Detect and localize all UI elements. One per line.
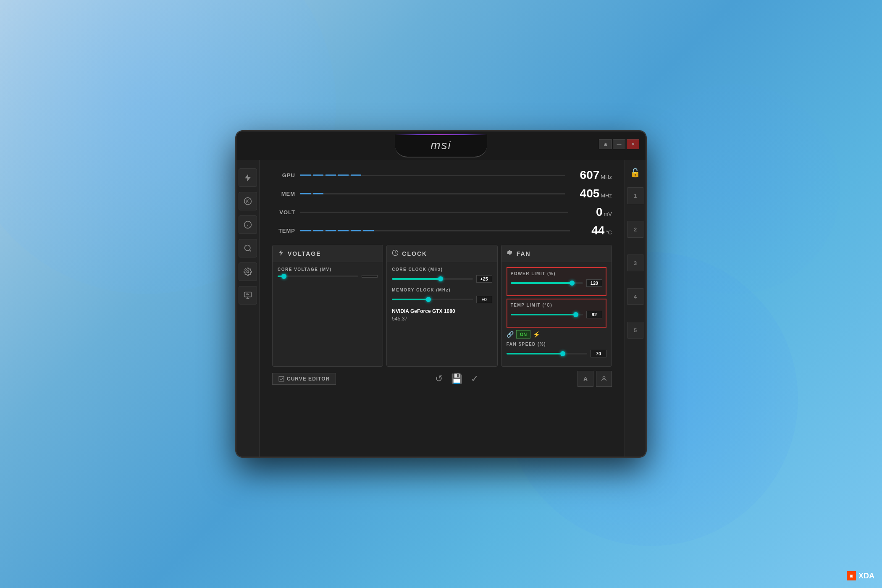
sidebar-icon-monitor[interactable] xyxy=(239,286,257,304)
profile-btn-4[interactable]: 4 xyxy=(627,288,643,305)
core-voltage-track[interactable] xyxy=(278,276,358,277)
fan-panel-title: FAN xyxy=(517,250,531,257)
temp-limit-label: TEMP LIMIT (°C) xyxy=(511,303,602,307)
boost-icon[interactable]: ⚡ xyxy=(533,331,540,338)
profile-btn-1[interactable]: 1 xyxy=(627,187,643,204)
voltage-icon xyxy=(278,249,284,258)
fan-speed-track[interactable] xyxy=(507,353,587,354)
core-clock-track[interactable] xyxy=(392,278,472,280)
temp-value: 44 °C xyxy=(581,224,612,237)
sliders-section: GPU 607 MHz MEM xyxy=(272,168,612,237)
sidebar-icon-settings[interactable] xyxy=(239,262,257,281)
power-limit-track[interactable] xyxy=(511,282,583,284)
mem-label: MEM xyxy=(272,191,295,197)
volt-label: VOLT xyxy=(272,209,295,215)
svg-point-12 xyxy=(509,252,510,253)
power-limit-value[interactable]: 120 xyxy=(586,279,602,287)
fan-speed-slider-row: 70 xyxy=(507,350,606,357)
volt-value-unit: mV xyxy=(604,211,612,217)
windows-button[interactable]: ⊞ xyxy=(599,139,612,149)
curve-editor-label: CURVE EDITOR xyxy=(287,376,330,382)
volt-slider-track[interactable] xyxy=(300,208,568,216)
svg-line-6 xyxy=(249,250,251,252)
memory-clock-value[interactable]: +0 xyxy=(476,296,492,303)
temp-limit-value[interactable]: 92 xyxy=(586,311,602,318)
core-clock-label: CORE CLOCK (MHz) xyxy=(392,267,492,272)
gpu-freq: 545.37 xyxy=(392,316,492,322)
left-sidebar: K xyxy=(236,160,260,457)
fan-speed-label: FAN SPEED (%) xyxy=(507,342,606,346)
mem-value-unit: MHz xyxy=(601,192,612,199)
voltage-panel-title: VOLTAGE xyxy=(288,250,321,257)
main-content: GPU 607 MHz MEM xyxy=(260,160,625,457)
temp-limit-slider-row: 92 xyxy=(511,311,602,318)
mem-value: 405 MHz xyxy=(576,187,612,200)
sidebar-icon-oc-scanner[interactable] xyxy=(239,239,257,257)
mem-value-num: 405 xyxy=(576,187,599,200)
save-icon[interactable]: 💾 xyxy=(451,373,462,384)
voltage-panel: VOLTAGE CORE VOLTAGE (MV) xyxy=(272,245,383,367)
apply-icon[interactable]: ✓ xyxy=(471,373,478,384)
clock-panel-title: CLOCK xyxy=(402,250,427,257)
svg-point-14 xyxy=(603,377,605,379)
temp-value-num: 44 xyxy=(581,224,604,237)
xda-text: XDA xyxy=(858,572,874,580)
gpu-value-num: 607 xyxy=(576,168,599,182)
sidebar-icon-k[interactable]: K xyxy=(239,192,257,210)
xda-logo-box: ▣ xyxy=(847,571,856,580)
clock-panel-content: CORE CLOCK (MHz) +25 MEMORY CLOCK (MHz) xyxy=(387,262,497,327)
fan-panel-content: POWER LIMIT (%) 120 TEMP LIMIT xyxy=(501,262,612,367)
curve-editor-button[interactable]: CURVE EDITOR xyxy=(272,373,336,385)
sidebar-icon-lightning[interactable] xyxy=(239,168,257,187)
power-limit-label: POWER LIMIT (%) xyxy=(511,271,602,276)
voltage-panel-content: CORE VOLTAGE (MV) xyxy=(273,262,383,288)
window-controls: ⊞ — ✕ xyxy=(599,139,639,149)
volt-value: 0 mV xyxy=(580,205,612,219)
core-voltage-label: CORE VOLTAGE (MV) xyxy=(278,267,378,272)
window-header: msi ⊞ — ✕ xyxy=(236,131,646,160)
link-icon-row: 🔗 ON ⚡ xyxy=(507,330,606,339)
mem-slider-track[interactable] xyxy=(300,190,565,197)
power-limit-slider-row: 120 xyxy=(511,279,602,287)
profile-btn-3[interactable]: 3 xyxy=(627,255,643,271)
msi-afterburner-window: msi ⊞ — ✕ K 🔓 1 2 xyxy=(235,130,647,458)
fan-speed-value[interactable]: 70 xyxy=(591,350,606,357)
header-notch: msi xyxy=(395,134,487,158)
profile-btn-2[interactable]: 2 xyxy=(627,221,643,238)
profile-user-button[interactable] xyxy=(596,371,612,387)
temp-limit-track[interactable] xyxy=(511,314,583,315)
msi-logo: msi xyxy=(430,139,452,152)
bottom-right-icons: A xyxy=(578,371,612,387)
gpu-name: NVIDIA GeForce GTX 1080 xyxy=(392,308,492,314)
temp-slider-track[interactable] xyxy=(300,227,570,234)
memory-clock-track[interactable] xyxy=(392,299,472,300)
link-icon[interactable]: 🔗 xyxy=(507,331,514,338)
clock-panel-header: CLOCK xyxy=(387,245,497,262)
svg-text:K: K xyxy=(246,199,249,204)
fan-panel-header: FAN xyxy=(501,245,612,262)
reset-icon[interactable]: ↺ xyxy=(435,373,443,384)
core-clock-value[interactable]: +25 xyxy=(476,275,492,283)
profile-a-button[interactable]: A xyxy=(578,371,593,387)
gpu-label: GPU xyxy=(272,172,295,178)
mem-slider-row: MEM 405 MHz xyxy=(272,187,612,200)
fan-icon xyxy=(507,249,513,258)
sidebar-icon-info[interactable] xyxy=(239,215,257,234)
lock-icon[interactable]: 🔓 xyxy=(627,164,644,181)
gpu-slider-row: GPU 607 MHz xyxy=(272,168,612,182)
profile-btn-5[interactable]: 5 xyxy=(627,322,643,339)
close-button[interactable]: ✕ xyxy=(627,139,639,149)
memory-clock-slider-row: +0 xyxy=(392,296,492,303)
on-button[interactable]: ON xyxy=(516,330,531,339)
volt-value-num: 0 xyxy=(580,205,603,219)
minimize-button[interactable]: — xyxy=(613,139,625,149)
volt-slider-row: VOLT 0 mV xyxy=(272,205,612,219)
right-sidebar: 🔓 1 2 3 4 5 xyxy=(625,160,646,457)
svg-point-5 xyxy=(245,245,250,251)
core-voltage-value[interactable] xyxy=(362,275,378,278)
gpu-slider-track[interactable] xyxy=(300,171,565,179)
core-voltage-slider-row xyxy=(278,275,378,278)
bottom-center-icons: ↺ 💾 ✓ xyxy=(435,373,478,384)
core-clock-slider-row: +25 xyxy=(392,275,492,283)
temp-label: TEMP xyxy=(272,228,295,234)
